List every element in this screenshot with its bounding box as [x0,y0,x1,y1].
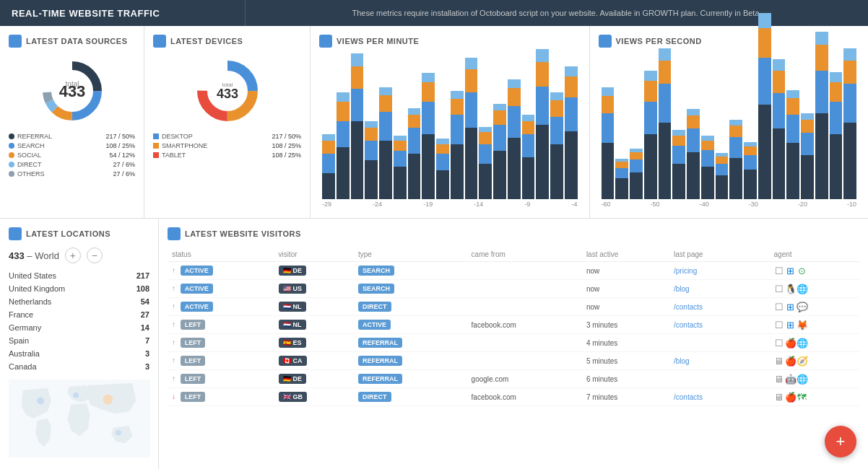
location-name: Netherlands [9,297,51,306]
came-from-cell [467,298,582,316]
svg-point-13 [37,398,44,405]
location-name: Spain [9,336,29,345]
last-active-cell: 3 minutes [582,316,669,334]
list-item: Canada3 [9,360,149,373]
views-minute-icon [319,35,332,48]
bar-segment [830,102,843,134]
bar-group [451,91,464,199]
agent-icons: 🖥🤖🌐 [774,374,855,384]
bar-segment [465,69,478,92]
empty-cell [751,334,770,352]
table-header-row: statusvisitortypecame fromlast activelas… [168,247,859,262]
bar-segment [786,90,799,98]
empty-cell [751,280,770,298]
status-cell: ↑ LEFT [168,334,274,352]
bar-segment [672,136,685,146]
type-cell: SEARCH [354,280,467,298]
bar-segment [408,128,421,154]
devices-donut: total 433 [153,55,301,127]
bar-segment [337,92,350,102]
bar-segment [394,167,407,199]
data-sources-title: LATEST DATA SOURCES [9,35,135,48]
location-count: 7 [145,336,149,345]
location-header: 433 – World + − [9,247,149,263]
status-cell: ↑ LEFT [168,370,274,388]
agent-cell: 🖥🍎🧭 [770,352,859,370]
bar-segment [493,110,506,125]
bar-segment [465,128,478,199]
bar-segment [322,173,335,199]
legend-value: 54 / 12% [109,152,135,159]
bar-segment [729,120,742,126]
bar-segment [565,97,578,131]
bar-group [729,120,742,199]
empty-cell [751,298,770,316]
came-from-cell [467,280,582,298]
bar-segment [451,115,464,144]
agent-icons: ☐⊞⊙ [774,266,855,276]
bar-segment [365,141,378,160]
bar-group [672,130,685,199]
came-from-cell [467,262,582,280]
bar-segment [630,172,643,199]
data-sources-legend: REFERRAL 217 / 50% SEARCH 108 / 25% SOCI… [9,133,135,177]
last-page-cell: /contacts [669,388,751,406]
flag-icon: 🇳🇱 [283,303,291,310]
bar-group [550,92,563,199]
agent-cell: 🖥🍎🗺 [770,388,859,406]
bar-segment [758,105,771,199]
linux-icon: 🐧 [786,284,796,294]
bar-group [615,159,628,199]
bar-group [744,142,757,199]
bar-segment [565,76,578,97]
location-remove-btn[interactable]: − [87,247,103,263]
bar-segment [687,115,700,128]
bar-segment [773,71,786,93]
list-item: France27 [9,308,149,321]
ie-icon: 🌐 [797,284,807,294]
bar-segment [479,144,492,164]
visitor-cell: 🇺🇸 US [274,280,354,298]
table-column-header: last page [669,247,751,262]
svg-point-14 [73,393,79,398]
bar-segment [801,133,814,155]
bar-segment [602,96,615,114]
bar-group [701,136,714,199]
maps-icon: 🗺 [797,392,807,402]
bar-segment [815,32,828,45]
bar-group [716,153,729,199]
type-badge: SEARCH [358,284,394,294]
flag-icon: 🇪🇸 [283,339,291,346]
agent-cell: 🖥🤖🌐 [770,370,859,388]
legend-label: tablet [162,152,269,159]
legend-value: 108 / 25% [105,142,135,149]
bar-segment [615,168,628,179]
bar-segment [493,151,506,200]
fab-button[interactable]: + [825,426,856,457]
status-badge: LEFT [181,320,206,330]
agent-cell: ☐⊞💬 [770,298,859,316]
legend-dot [9,162,14,167]
status-badge: LEFT [181,338,206,348]
bar-segment [379,95,392,112]
devices-title: LATEST DEVICES [153,35,301,48]
x-axis-label: -24 [373,201,382,208]
type-badge: REFERRAL [358,338,402,348]
desktop-icon: 🖥 [774,374,784,384]
x-axis-label: -4 [571,201,577,208]
locations-panel: LATEST LOCATIONS 433 – World + − United … [0,219,159,469]
bar-segment [687,128,700,152]
status-badge: LEFT [181,374,206,384]
status-cell: ↑ LEFT [168,352,274,370]
status-cell: ↑ ACTIVE [168,298,274,316]
bar-segment [630,159,643,172]
country-code: DE [293,375,303,382]
bar-segment [672,164,685,199]
views-minute-panel: VIEWS PER MINUTE -29-24-19-14-9-4 [311,26,590,218]
bar-segment [465,92,478,128]
legend-item: REFERRAL 217 / 50% [9,133,135,140]
location-add-btn[interactable]: + [65,247,81,263]
desktop-icon: 🖥 [774,356,784,366]
empty-cell [751,262,770,280]
bar-segment [422,134,435,199]
